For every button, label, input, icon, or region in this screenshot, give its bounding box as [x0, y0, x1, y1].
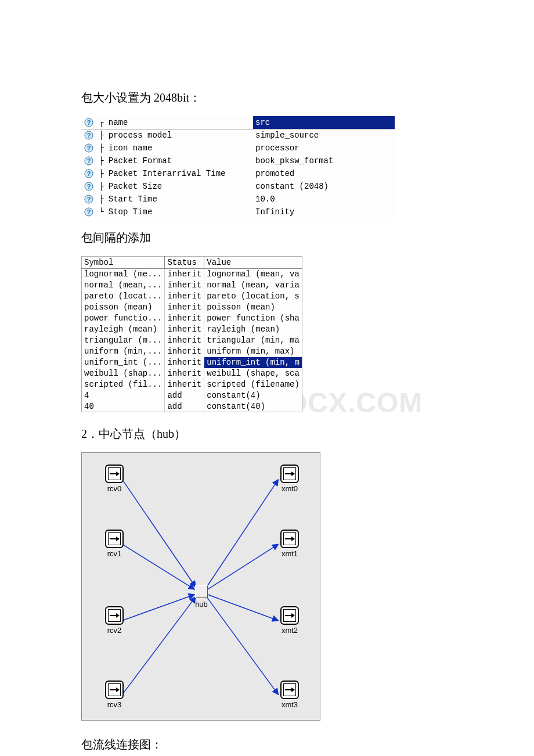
- heading-packet-size: 包大小设置为 2048bit：: [81, 90, 456, 106]
- help-icon-cell[interactable]: ?: [81, 129, 96, 142]
- symbol-cell: scripted (fil...: [82, 379, 165, 390]
- node-xmt2: xmt2: [277, 606, 302, 635]
- help-icon: ?: [84, 131, 93, 140]
- help-icon: ?: [84, 182, 93, 191]
- svg-line-20: [207, 480, 278, 587]
- status-cell: inherit: [165, 368, 204, 379]
- status-cell: inherit: [165, 335, 204, 346]
- node-rcv3: rcv3: [102, 681, 127, 709]
- svg-text:?: ?: [87, 208, 91, 215]
- attributes-table: ?┌ namesrc?├ process modelsimple_source?…: [81, 116, 395, 218]
- symbol-cell: pareto (locat...: [82, 291, 165, 302]
- receiver-icon: [105, 681, 124, 699]
- symbol-cell: power functio...: [82, 313, 165, 324]
- attr-name-cell: ├ Packet Interarrival Time: [96, 167, 253, 180]
- table-row[interactable]: 4addconstant(4): [82, 390, 302, 401]
- col-header-symbol: Symbol: [82, 257, 165, 269]
- table-row: ?├ process modelsimple_source: [81, 129, 395, 142]
- value-cell: constant(4): [204, 390, 302, 401]
- svg-text:?: ?: [87, 145, 91, 152]
- value-cell: lognormal (mean, va: [204, 269, 302, 280]
- help-icon: ?: [84, 207, 93, 217]
- status-cell: inherit: [165, 357, 204, 368]
- svg-line-22: [208, 595, 278, 621]
- symbol-cell: rayleigh (mean): [82, 324, 165, 335]
- help-icon: ?: [84, 156, 93, 165]
- help-icon-cell[interactable]: ?: [81, 206, 96, 218]
- node-label: xmt3: [277, 700, 302, 709]
- table-row[interactable]: rayleigh (mean)inheritrayleigh (mean): [82, 324, 302, 335]
- node-label: rcv0: [102, 484, 127, 493]
- attr-value-cell: src: [253, 116, 395, 129]
- table-row[interactable]: scripted (fil...inheritscripted (filenam…: [82, 379, 302, 390]
- attr-value-cell[interactable]: constant (2048): [253, 180, 395, 193]
- value-cell: constant(40): [204, 401, 302, 412]
- help-icon: ?: [84, 169, 93, 178]
- node-rcv1: rcv1: [102, 530, 127, 558]
- node-label: rcv2: [102, 626, 127, 635]
- help-icon-cell[interactable]: ?: [81, 167, 96, 180]
- table-row[interactable]: weibull (shap...inheritweibull (shape, s…: [82, 368, 302, 379]
- node-label: xmt0: [277, 484, 302, 493]
- value-cell: poisson (mean): [204, 302, 302, 313]
- attr-value-cell[interactable]: 10.0: [253, 193, 395, 206]
- help-icon-cell[interactable]: ?: [81, 116, 96, 129]
- node-label: xmt1: [277, 549, 302, 558]
- value-cell: scripted (filename): [204, 379, 302, 390]
- table-row[interactable]: poisson (mean)inheritpoisson (mean): [82, 302, 302, 313]
- attr-value-cell[interactable]: processor: [253, 142, 395, 154]
- heading-flow-diagram: 包流线连接图：: [81, 737, 456, 753]
- attr-value-cell[interactable]: Infinity: [253, 206, 395, 218]
- help-icon: ?: [84, 118, 93, 127]
- svg-text:?: ?: [87, 119, 91, 126]
- svg-text:?: ?: [87, 157, 91, 164]
- hub-label: hub: [190, 600, 213, 609]
- receiver-icon: [105, 530, 124, 548]
- table-row[interactable]: normal (mean,...inheritnormal (mean, var…: [82, 280, 302, 291]
- table-row: ?├ icon nameprocessor: [81, 142, 395, 154]
- help-icon-cell[interactable]: ?: [81, 154, 96, 167]
- svg-text:?: ?: [87, 132, 91, 139]
- svg-text:?: ?: [87, 196, 91, 203]
- transmitter-icon: [280, 465, 299, 483]
- help-icon-cell[interactable]: ?: [81, 142, 96, 154]
- symbol-cell: uniform (min,...: [82, 346, 165, 357]
- table-row[interactable]: 40addconstant(40): [82, 401, 302, 412]
- status-cell: inherit: [165, 269, 204, 280]
- svg-line-18: [122, 595, 194, 621]
- table-row[interactable]: power functio...inheritpower function (s…: [82, 313, 302, 324]
- table-row[interactable]: lognormal (me...inheritlognormal (mean, …: [82, 269, 302, 280]
- svg-line-19: [122, 597, 196, 694]
- attr-value-cell[interactable]: simple_source: [253, 129, 395, 142]
- symbol-cell: poisson (mean): [82, 302, 165, 313]
- heading-hub-section: 2．中心节点（hub）: [81, 426, 456, 442]
- attr-value-cell[interactable]: book_pksw_format: [253, 154, 395, 167]
- table-row[interactable]: triangular (m...inherittriangular (min, …: [82, 335, 302, 346]
- svg-line-17: [122, 544, 194, 589]
- attr-name-cell: ├ Packet Format: [96, 154, 253, 167]
- table-row[interactable]: pareto (locat...inheritpareto (location,…: [82, 291, 302, 302]
- transmitter-icon: [280, 681, 299, 699]
- col-header-value: Value: [204, 257, 302, 269]
- symbol-cell: triangular (m...: [82, 335, 165, 346]
- node-rcv2: rcv2: [102, 606, 127, 635]
- status-cell: inherit: [165, 324, 204, 335]
- svg-line-21: [208, 544, 278, 589]
- heading-packet-interval: 包间隔的添加: [81, 230, 456, 246]
- value-cell: triangular (min, ma: [204, 335, 302, 346]
- hub-icon: [195, 585, 208, 598]
- attr-name-cell: └ Stop Time: [96, 206, 253, 218]
- node-xmt1: xmt1: [277, 530, 302, 558]
- attr-value-cell[interactable]: promoted: [253, 167, 395, 180]
- help-icon-cell[interactable]: ?: [81, 193, 96, 206]
- table-row[interactable]: uniform (min,...inherituniform (min, max…: [82, 346, 302, 357]
- node-label: rcv1: [102, 549, 127, 558]
- table-row[interactable]: uniform_int (...inherituniform_int (min,…: [82, 357, 302, 368]
- attr-name-cell: ├ Packet Size: [96, 180, 253, 193]
- help-icon: ?: [84, 195, 93, 204]
- node-hub: hub: [190, 585, 213, 609]
- svg-text:?: ?: [87, 170, 91, 177]
- value-cell: normal (mean, varia: [204, 280, 302, 291]
- symbol-table: Symbol Status Value lognormal (me...inhe…: [81, 256, 302, 412]
- help-icon-cell[interactable]: ?: [81, 180, 96, 193]
